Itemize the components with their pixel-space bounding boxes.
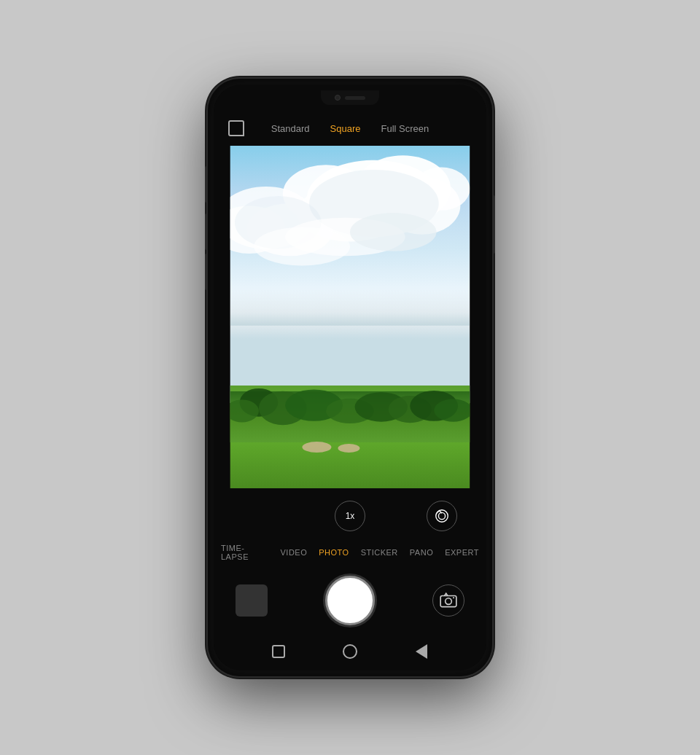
mode-photo[interactable]: PHOTO [319,548,349,557]
gallery-thumbnail[interactable] [236,584,268,617]
viewfinder [214,146,486,496]
phone-device: Standard Square Full Screen [208,79,492,676]
flip-camera-icon [439,591,458,610]
frame-icon[interactable] [228,120,244,136]
notch-bar [214,85,486,111]
front-camera [335,95,341,101]
mode-standard[interactable]: Standard [271,123,310,134]
camera-mode-row: TIME-LAPSE VIDEO PHOTO STICKER PANO EXPE… [214,536,486,568]
nav-home-button[interactable] [340,641,360,662]
shutter-row [214,568,486,633]
nav-triangle-icon [416,644,427,659]
trees-svg [230,386,470,442]
mode-square[interactable]: Square [330,123,361,134]
cloud-svg [230,146,470,386]
treeline [230,386,470,442]
flip-camera-button[interactable] [432,584,464,617]
camera-bottom: 1x TIME-LAPSE VIDEO PHOTO STICKER PANO E… [214,496,486,633]
sand-bunker-1 [302,442,331,453]
zoom-row: 1x [214,496,486,536]
navigation-bar [214,633,486,670]
nav-square-button[interactable] [268,641,289,662]
svg-point-30 [453,597,454,598]
mode-pano[interactable]: PANO [410,548,433,557]
phone-screen: Standard Square Full Screen [214,85,486,670]
ground [230,386,470,488]
svg-point-12 [254,227,350,266]
nav-circle-icon [343,644,357,659]
mode-fullscreen[interactable]: Full Screen [381,123,429,134]
clouds [230,146,470,386]
earpiece [345,96,365,100]
zoom-level: 1x [346,511,355,521]
notch [321,90,379,105]
mode-video[interactable]: VIDEO [280,548,307,557]
nav-square-icon [272,645,285,658]
svg-rect-14 [230,289,470,325]
mode-timelapse[interactable]: TIME-LAPSE [221,544,268,561]
shutter-button[interactable] [325,576,375,625]
sand-bunker-2 [338,444,360,453]
camera-options-button[interactable] [427,501,457,531]
zoom-button[interactable]: 1x [335,501,365,531]
camera-preview [230,146,470,488]
mode-sticker[interactable]: STICKER [361,548,398,557]
svg-point-27 [438,512,445,519]
mode-expert[interactable]: EXPERT [445,548,479,557]
svg-point-13 [350,213,436,251]
svg-point-29 [446,598,452,605]
nav-back-button[interactable] [411,641,432,662]
camera-flip-icon [434,508,450,524]
top-controls: Standard Square Full Screen [214,111,486,146]
